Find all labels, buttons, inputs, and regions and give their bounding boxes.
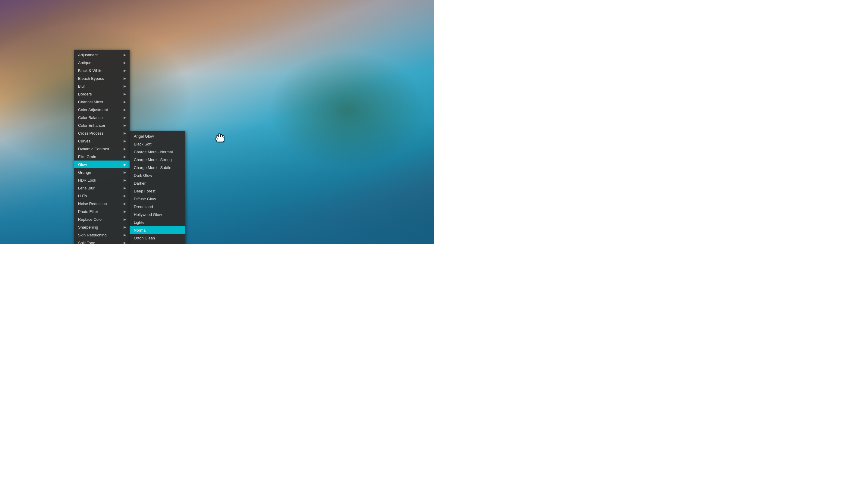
submenu-arrow-luts: ▶ (124, 194, 126, 198)
glow-item-deep-forest[interactable]: Deep Forest (130, 187, 185, 195)
primary-menu: Adjustment▶Antique▶Black & White▶Bleach … (74, 50, 130, 244)
menu-item-black-white[interactable]: Black & White▶ (74, 67, 130, 74)
glow-item-label-charge-more-normal: Charge More - Normal (134, 150, 173, 154)
glow-item-darker[interactable]: Darker (130, 179, 185, 187)
submenu-arrow-replace-color: ▶ (124, 218, 126, 221)
menu-item-label-hdr-look: HDR Look (78, 178, 96, 183)
menu-item-label-photo-filter: Photo Filter (78, 209, 98, 214)
menu-item-dynamic-contrast[interactable]: Dynamic Contrast▶ (74, 145, 130, 153)
menu-item-sharpening[interactable]: Sharpening▶ (74, 223, 130, 231)
menu-item-color-enhancer[interactable]: Color Enhancer▶ (74, 121, 130, 129)
submenu-arrow-glow: ▶ (124, 163, 126, 167)
submenu-arrow-lens-blur: ▶ (124, 186, 126, 190)
menu-item-curves[interactable]: Curves▶ (74, 137, 130, 145)
glow-item-charge-more-normal[interactable]: Charge More - Normal (130, 148, 185, 156)
glow-item-orton-hears-a-w[interactable]: Orton Hears a W... (130, 242, 185, 244)
glow-item-label-charge-more-subtle: Charge More - Subtle (134, 165, 171, 170)
submenu-arrow-film-grain: ▶ (124, 155, 126, 159)
submenu-arrow-skin-retouching: ▶ (124, 233, 126, 237)
glow-item-diffuse-glow[interactable]: Diffuse Glow (130, 195, 185, 203)
menu-item-split-tone[interactable]: Split Tone▶ (74, 239, 130, 244)
glow-item-label-dreamland: Dreamland (134, 204, 153, 209)
menu-item-label-split-tone: Split Tone (78, 241, 95, 244)
glow-item-label-deep-forest: Deep Forest (134, 189, 156, 193)
glow-item-label-orton-clean: Orton Clean (134, 236, 155, 240)
glow-item-angel-glow[interactable]: Angel Glow (130, 132, 185, 140)
menu-item-label-luts: LUTs (78, 194, 87, 198)
glow-item-dark-glow[interactable]: Dark Glow (130, 171, 185, 179)
menu-item-bleach-bypass[interactable]: Bleach Bypass▶ (74, 74, 130, 82)
menu-item-adjustment[interactable]: Adjustment▶ (74, 51, 130, 59)
menu-item-skin-retouching[interactable]: Skin Retouching▶ (74, 231, 130, 239)
menu-item-label-sharpening: Sharpening (78, 225, 98, 229)
glow-item-lighter[interactable]: Lighter (130, 218, 185, 226)
menu-item-label-blur: Blur (78, 84, 85, 89)
submenu-arrow-bleach-bypass: ▶ (124, 76, 126, 80)
submenu-arrow-adjustment: ▶ (124, 53, 126, 57)
glow-submenu: Angel GlowBlack SoftCharge More - Normal… (130, 131, 185, 244)
menu-item-cross-process[interactable]: Cross Process▶ (74, 129, 130, 137)
submenu-arrow-dynamic-contrast: ▶ (124, 147, 126, 151)
menu-item-label-black-white: Black & White (78, 68, 102, 73)
menu-item-label-borders: Borders (78, 92, 92, 96)
glow-item-label-darker: Darker (134, 181, 146, 186)
glow-item-label-hollywood-glow: Hollywood Glow (134, 212, 162, 217)
menu-item-hdr-look[interactable]: HDR Look▶ (74, 176, 130, 184)
glow-item-black-soft[interactable]: Black Soft (130, 140, 185, 148)
menu-item-photo-filter[interactable]: Photo Filter▶ (74, 207, 130, 215)
menu-item-label-antique: Antique (78, 61, 91, 65)
menu-item-antique[interactable]: Antique▶ (74, 59, 130, 67)
submenu-arrow-antique: ▶ (124, 61, 126, 65)
submenu-arrow-color-balance: ▶ (124, 116, 126, 120)
menu-item-label-skin-retouching: Skin Retouching (78, 233, 107, 237)
menu-container: Adjustment▶Antique▶Black & White▶Bleach … (74, 50, 185, 244)
submenu-arrow-color-adjustment: ▶ (124, 108, 126, 112)
menu-item-label-bleach-bypass: Bleach Bypass (78, 76, 104, 81)
menu-item-label-lens-blur: Lens Blur (78, 186, 95, 190)
menu-item-label-color-adjustment: Color Adjustment (78, 107, 108, 112)
glow-item-dreamland[interactable]: Dreamland (130, 203, 185, 210)
background-overlay (0, 0, 434, 244)
menu-item-label-curves: Curves (78, 139, 90, 143)
glow-item-label-orton-hears-a-w: Orton Hears a W... (134, 244, 166, 244)
menu-item-noise-reduction[interactable]: Noise Reduction▶ (74, 200, 130, 207)
glow-item-normal[interactable]: Normal (130, 226, 185, 234)
menu-item-borders[interactable]: Borders▶ (74, 90, 130, 98)
submenu-arrow-black-white: ▶ (124, 69, 126, 73)
submenu-arrow-color-enhancer: ▶ (124, 124, 126, 127)
menu-item-label-color-balance: Color Balance (78, 115, 103, 120)
glow-item-charge-more-strong[interactable]: Charge More - Strong (130, 156, 185, 164)
menu-item-blur[interactable]: Blur▶ (74, 82, 130, 90)
glow-item-orton-clean[interactable]: Orton Clean (130, 234, 185, 242)
glow-item-label-normal: Normal (134, 228, 147, 232)
menu-item-grunge[interactable]: Grunge▶ (74, 168, 130, 176)
glow-item-hollywood-glow[interactable]: Hollywood Glow (130, 210, 185, 218)
menu-item-color-adjustment[interactable]: Color Adjustment▶ (74, 106, 130, 113)
submenu-arrow-hdr-look: ▶ (124, 178, 126, 182)
menu-item-label-dynamic-contrast: Dynamic Contrast (78, 147, 109, 151)
submenu-arrow-channel-mixer: ▶ (124, 100, 126, 104)
menu-item-label-replace-color: Replace Color (78, 217, 103, 222)
menu-item-lens-blur[interactable]: Lens Blur▶ (74, 184, 130, 192)
glow-item-label-dark-glow: Dark Glow (134, 173, 152, 178)
glow-item-charge-more-subtle[interactable]: Charge More - Subtle (130, 164, 185, 171)
submenu-arrow-blur: ▶ (124, 84, 126, 88)
menu-item-color-balance[interactable]: Color Balance▶ (74, 113, 130, 121)
menu-item-film-grain[interactable]: Film Grain▶ (74, 153, 130, 161)
submenu-arrow-photo-filter: ▶ (124, 209, 126, 214)
glow-item-label-charge-more-strong: Charge More - Strong (134, 158, 172, 162)
submenu-arrow-cross-process: ▶ (124, 131, 126, 135)
submenu-arrow-grunge: ▶ (124, 170, 126, 174)
menu-item-label-glow: Glow (78, 162, 87, 167)
menu-item-replace-color[interactable]: Replace Color▶ (74, 215, 130, 223)
menu-item-luts[interactable]: LUTs▶ (74, 192, 130, 200)
glow-item-label-lighter: Lighter (134, 220, 146, 225)
menu-item-label-film-grain: Film Grain (78, 155, 96, 159)
menu-item-label-cross-process: Cross Process (78, 131, 104, 135)
submenu-arrow-borders: ▶ (124, 92, 126, 96)
submenu-arrow-curves: ▶ (124, 139, 126, 143)
menu-item-label-adjustment: Adjustment (78, 53, 98, 57)
menu-item-label-channel-mixer: Channel Mixer (78, 100, 103, 104)
menu-item-glow[interactable]: Glow▶ (74, 161, 130, 168)
menu-item-channel-mixer[interactable]: Channel Mixer▶ (74, 98, 130, 106)
